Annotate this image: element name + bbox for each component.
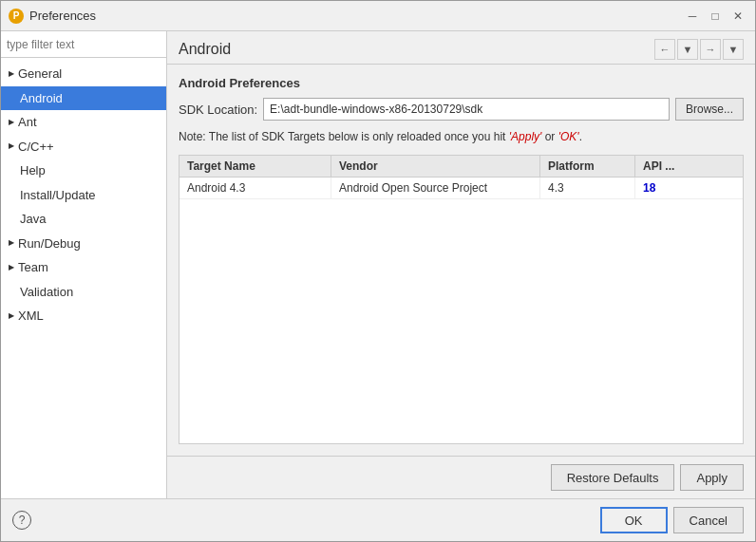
cell-target-name: Android 4.3 [180, 178, 331, 198]
bottom-bar: ? OK Cancel [1, 498, 755, 541]
sdk-label: SDK Location: [179, 103, 257, 117]
sdk-row: SDK Location: Browse... [179, 98, 744, 121]
filter-input[interactable] [1, 31, 166, 58]
panel-body: Android Preferences SDK Location: Browse… [167, 65, 755, 456]
right-panel: Android ← ▼ → ▼ Android Preferences SDK … [167, 31, 755, 498]
main-content: General Android Ant C/C++ Help Install/U… [1, 31, 755, 498]
note-text: Note: The list of SDK Targets below is o… [179, 128, 744, 145]
sidebar-item-install-update[interactable]: Install/Update [1, 183, 166, 208]
forward-dropdown-button[interactable]: ▼ [723, 39, 744, 60]
tree-items: General Android Ant C/C++ Help Install/U… [1, 58, 166, 498]
preferences-window: P Preferences ─ □ ✕ General Android Ant [0, 0, 756, 542]
window-icon: P [9, 9, 24, 24]
sidebar-item-help[interactable]: Help [1, 159, 166, 183]
forward-nav-button[interactable]: → [700, 39, 721, 60]
cell-vendor: Android Open Source Project [331, 178, 540, 198]
table-row[interactable]: Android 4.3 Android Open Source Project … [180, 178, 743, 199]
cell-api: 18 [635, 178, 711, 198]
ok-button[interactable]: OK [600, 507, 668, 533]
sidebar-item-general[interactable]: General [1, 62, 166, 86]
sidebar-item-java[interactable]: Java [1, 207, 166, 232]
cell-platform: 4.3 [540, 178, 635, 198]
help-icon[interactable]: ? [12, 511, 31, 530]
col-vendor: Vendor [331, 156, 540, 177]
sidebar-item-android[interactable]: Android [1, 86, 166, 111]
ok-highlight: 'OK' [558, 130, 579, 143]
sidebar-item-team[interactable]: Team [1, 255, 166, 280]
window-controls: ─ □ ✕ [683, 7, 747, 26]
back-dropdown-button[interactable]: ▼ [677, 39, 698, 60]
table-header: Target Name Vendor Platform API ... [180, 156, 743, 178]
cancel-button[interactable]: Cancel [673, 507, 744, 533]
col-target-name: Target Name [180, 156, 331, 177]
sdk-location-input[interactable] [263, 98, 670, 121]
col-api: API ... [635, 156, 711, 177]
section-title: Android Preferences [179, 76, 744, 90]
button-bar: Restore Defaults Apply [167, 456, 755, 498]
browse-button[interactable]: Browse... [675, 98, 744, 121]
back-nav-button[interactable]: ← [654, 39, 675, 60]
sidebar-item-cpp[interactable]: C/C++ [1, 135, 166, 159]
restore-defaults-button[interactable]: Restore Defaults [551, 464, 675, 491]
sidebar-item-ant[interactable]: Ant [1, 110, 166, 135]
panel-title: Android [179, 41, 231, 58]
panel-header: Android ← ▼ → ▼ [167, 31, 755, 65]
close-button[interactable]: ✕ [728, 7, 747, 26]
minimize-button[interactable]: ─ [683, 7, 702, 26]
apply-highlight: 'Apply' [509, 130, 542, 143]
nav-buttons: ← ▼ → ▼ [654, 39, 744, 60]
maximize-button[interactable]: □ [706, 7, 725, 26]
targets-table: Target Name Vendor Platform API ... Andr… [179, 155, 744, 444]
titlebar: P Preferences ─ □ ✕ [1, 1, 755, 31]
window-title: Preferences [29, 9, 683, 23]
apply-button[interactable]: Apply [680, 464, 744, 491]
col-platform: Platform [540, 156, 635, 177]
sidebar: General Android Ant C/C++ Help Install/U… [1, 31, 167, 498]
sidebar-item-xml[interactable]: XML [1, 304, 166, 328]
sidebar-item-run-debug[interactable]: Run/Debug [1, 232, 166, 256]
sidebar-item-validation[interactable]: Validation [1, 280, 166, 305]
